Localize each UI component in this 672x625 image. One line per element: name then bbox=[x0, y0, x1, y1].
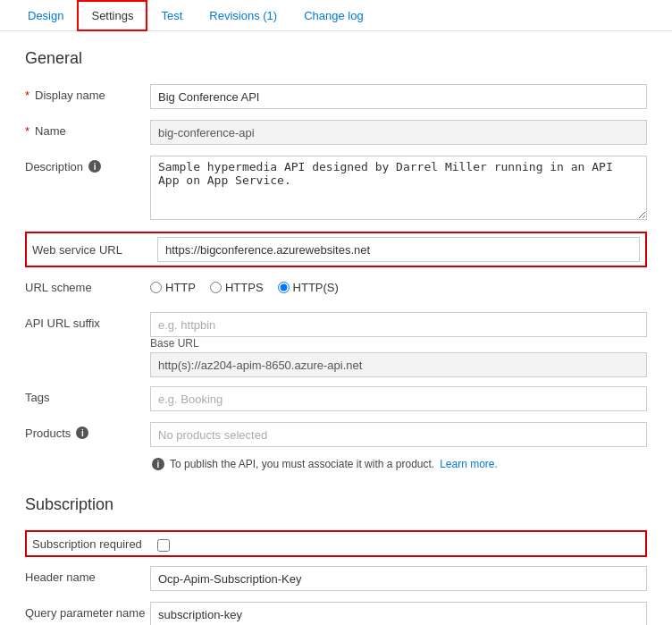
products-info-text: To publish the API, you must associate i… bbox=[170, 458, 434, 470]
radio-http-input[interactable] bbox=[150, 282, 162, 293]
header-name-control bbox=[150, 566, 647, 591]
tags-row: Tags bbox=[25, 386, 647, 413]
tags-control bbox=[150, 386, 647, 411]
description-info-icon[interactable]: i bbox=[88, 160, 101, 173]
radio-https[interactable]: HTTPS bbox=[210, 281, 264, 294]
api-url-suffix-input[interactable] bbox=[150, 312, 647, 337]
base-url-input bbox=[150, 352, 647, 377]
url-scheme-radio-group: HTTP HTTPS HTTP(S) bbox=[150, 276, 647, 294]
display-name-input[interactable] bbox=[150, 84, 647, 109]
url-scheme-control: HTTP HTTPS HTTP(S) bbox=[150, 276, 647, 294]
radio-https-both-label: HTTP(S) bbox=[293, 281, 339, 294]
tags-label: Tags bbox=[25, 386, 150, 404]
api-url-suffix-control: Base URL bbox=[150, 312, 647, 377]
radio-https-both[interactable]: HTTP(S) bbox=[278, 281, 339, 294]
display-name-row: * Display name bbox=[25, 84, 647, 111]
web-service-url-label: Web service URL bbox=[32, 243, 157, 257]
general-title: General bbox=[25, 49, 647, 68]
subscription-required-label: Subscription required bbox=[32, 536, 157, 551]
query-param-input[interactable] bbox=[150, 602, 647, 625]
subscription-title: Subscription bbox=[25, 495, 647, 514]
url-scheme-row: URL scheme HTTP HTTPS HTTP(S) bbox=[25, 276, 647, 303]
tab-bar: Design Settings Test Revisions (1) Chang… bbox=[0, 0, 672, 31]
products-control bbox=[150, 422, 647, 447]
description-label: Description i bbox=[25, 156, 150, 173]
radio-https-label: HTTPS bbox=[225, 281, 264, 294]
header-name-input[interactable] bbox=[150, 566, 647, 591]
general-section: General * Display name * Name Descri bbox=[25, 49, 647, 470]
name-row: * Name bbox=[25, 120, 647, 147]
required-star-name: * bbox=[25, 124, 29, 138]
query-param-label: Query parameter name bbox=[25, 602, 150, 620]
name-control bbox=[150, 120, 647, 145]
tab-changelog[interactable]: Change log bbox=[290, 1, 377, 30]
radio-https-input[interactable] bbox=[210, 282, 222, 293]
products-info-icon[interactable]: i bbox=[76, 427, 88, 439]
required-star-display: * bbox=[25, 89, 29, 102]
tab-revisions[interactable]: Revisions (1) bbox=[196, 1, 290, 30]
learn-more-link[interactable]: Learn more. bbox=[440, 458, 498, 470]
display-name-label: * Display name bbox=[25, 84, 150, 102]
subscription-required-row: Subscription required bbox=[25, 530, 647, 557]
radio-http[interactable]: HTTP bbox=[150, 281, 196, 294]
header-name-row: Header name bbox=[25, 566, 647, 593]
subscription-section: Subscription Subscription required Heade… bbox=[25, 495, 647, 625]
products-info-icon-2: i bbox=[152, 458, 164, 470]
query-param-row: Query parameter name bbox=[25, 602, 647, 625]
subscription-required-checkbox[interactable] bbox=[157, 539, 170, 552]
name-label: * Name bbox=[25, 120, 150, 138]
url-scheme-label: URL scheme bbox=[25, 276, 150, 294]
api-url-suffix-row: API URL suffix Base URL bbox=[25, 312, 647, 377]
header-name-label: Header name bbox=[25, 566, 150, 584]
display-name-control bbox=[150, 84, 647, 109]
subscription-required-control bbox=[157, 536, 170, 552]
products-label: Products i bbox=[25, 422, 150, 440]
web-service-url-input[interactable] bbox=[157, 237, 640, 262]
radio-http-label: HTTP bbox=[165, 281, 196, 294]
web-service-url-row: Web service URL bbox=[25, 232, 647, 267]
products-row: Products i bbox=[25, 422, 647, 449]
description-control: Sample hypermedia API designed by Darrel… bbox=[150, 156, 647, 223]
products-info-message: i To publish the API, you must associate… bbox=[150, 458, 647, 470]
api-url-suffix-label: API URL suffix bbox=[25, 312, 150, 330]
radio-https-both-input[interactable] bbox=[278, 282, 290, 293]
tab-design[interactable]: Design bbox=[14, 1, 77, 30]
base-url-label: Base URL bbox=[150, 337, 647, 350]
tags-input[interactable] bbox=[150, 386, 647, 411]
name-input[interactable] bbox=[150, 120, 647, 145]
query-param-control bbox=[150, 602, 647, 625]
web-service-url-control bbox=[157, 237, 640, 262]
description-textarea[interactable]: Sample hypermedia API designed by Darrel… bbox=[150, 156, 647, 220]
tab-test[interactable]: Test bbox=[147, 1, 196, 30]
products-input[interactable] bbox=[150, 422, 647, 447]
tab-settings[interactable]: Settings bbox=[77, 0, 147, 31]
description-row: Description i Sample hypermedia API desi… bbox=[25, 156, 647, 223]
main-content: General * Display name * Name Descri bbox=[0, 31, 672, 625]
